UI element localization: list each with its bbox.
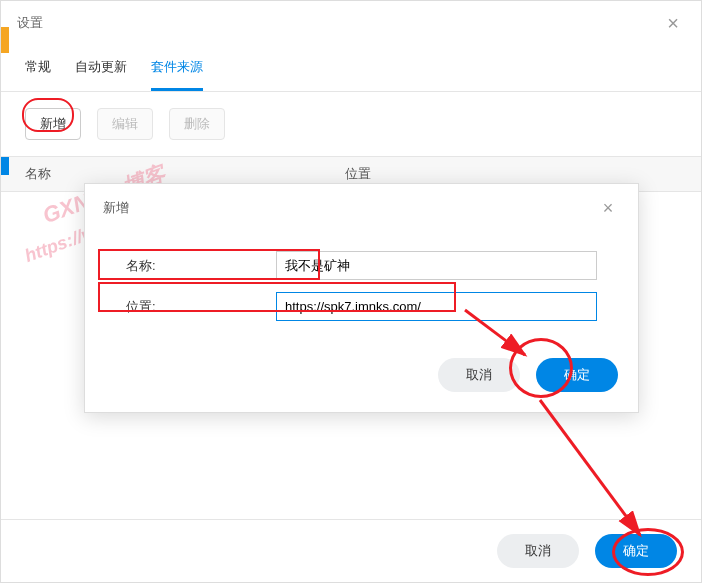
edit-button: 编辑 bbox=[97, 108, 153, 140]
cancel-button[interactable]: 取消 bbox=[497, 534, 579, 568]
add-button[interactable]: 新增 bbox=[25, 108, 81, 140]
tab-general[interactable]: 常规 bbox=[25, 58, 51, 91]
decorative-edge-blue bbox=[1, 157, 9, 175]
tab-package-source[interactable]: 套件来源 bbox=[151, 58, 203, 91]
dialog-body: 名称: 位置: bbox=[85, 232, 638, 342]
column-name: 名称 bbox=[25, 165, 345, 183]
close-icon[interactable]: × bbox=[661, 11, 685, 35]
confirm-button[interactable]: 确定 bbox=[595, 534, 677, 568]
name-input[interactable] bbox=[276, 251, 597, 280]
name-label: 名称: bbox=[126, 257, 276, 275]
location-input[interactable] bbox=[276, 292, 597, 321]
dialog-titlebar: 新增 × bbox=[85, 184, 638, 232]
decorative-edge bbox=[1, 27, 9, 53]
dialog-confirm-button[interactable]: 确定 bbox=[536, 358, 618, 392]
window-title: 设置 bbox=[17, 14, 43, 32]
delete-button: 删除 bbox=[169, 108, 225, 140]
tab-bar: 常规 自动更新 套件来源 bbox=[1, 46, 701, 92]
dialog-close-icon[interactable]: × bbox=[596, 196, 620, 220]
location-row: 位置: bbox=[125, 291, 598, 322]
window-footer: 取消 确定 bbox=[1, 519, 701, 582]
add-source-dialog: 新增 × 名称: 位置: 取消 确定 bbox=[84, 183, 639, 413]
toolbar: 新增 编辑 删除 bbox=[1, 92, 701, 156]
titlebar: 设置 × bbox=[1, 1, 701, 46]
dialog-title: 新增 bbox=[103, 199, 129, 217]
tab-auto-update[interactable]: 自动更新 bbox=[75, 58, 127, 91]
dialog-footer: 取消 确定 bbox=[85, 342, 638, 412]
column-location: 位置 bbox=[345, 165, 677, 183]
name-row: 名称: bbox=[125, 250, 598, 281]
dialog-cancel-button[interactable]: 取消 bbox=[438, 358, 520, 392]
location-label: 位置: bbox=[126, 298, 276, 316]
